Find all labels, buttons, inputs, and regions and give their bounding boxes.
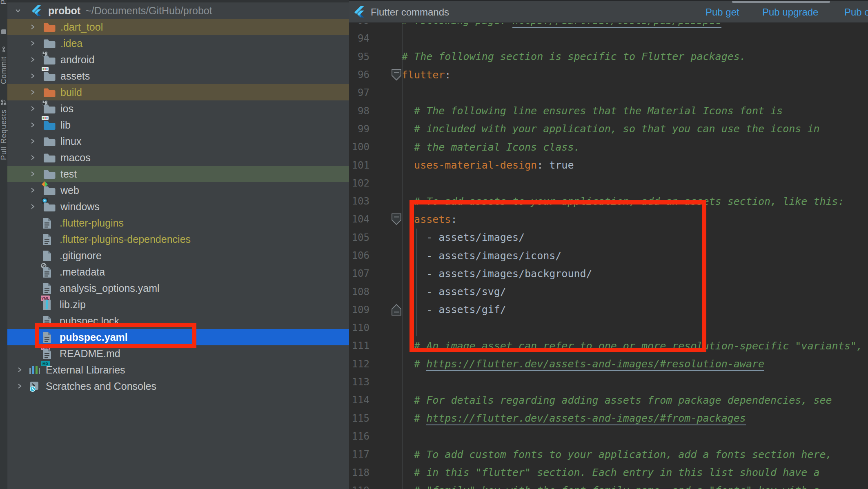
code-text: # in this "flutter" section. Each entry … <box>402 467 820 478</box>
tree-item-windows[interactable]: windows <box>7 198 349 215</box>
tree-item-build[interactable]: build <box>7 84 349 100</box>
code-line-99[interactable]: 99 # included with your application, so … <box>349 120 868 138</box>
tree-item-linux[interactable]: linux <box>7 133 349 149</box>
code-line-114[interactable]: 114 # For details regarding adding asset… <box>349 391 868 409</box>
code-line-110[interactable]: 110 <box>349 319 868 337</box>
scrollbar-thumb[interactable] <box>732 1 830 3</box>
code-line-111[interactable]: 111 # An image asset can refer to one or… <box>349 337 868 355</box>
code-line-104[interactable]: 104 assets: <box>349 210 868 228</box>
chevron-right-icon[interactable] <box>29 40 36 47</box>
chevron-right-icon[interactable] <box>29 122 36 128</box>
tree-item-android[interactable]: android <box>7 51 349 68</box>
code-text: - assets/images/ <box>402 231 525 243</box>
stripe-item-commit[interactable]: Commit <box>0 46 7 84</box>
tree-item-lib-zip[interactable]: lib.zip <box>7 296 349 313</box>
gutter-fold-column <box>369 463 402 481</box>
code-text: # An image asset can refer to one or mor… <box>402 340 863 352</box>
line-number: 98 <box>349 105 369 117</box>
code-line-97[interactable]: 97 <box>349 84 868 102</box>
line-number: 113 <box>349 376 369 388</box>
code-line-107[interactable]: 107 - assets/images/background/ <box>349 265 868 282</box>
external-libraries-icon <box>29 364 41 376</box>
code-line-108[interactable]: 108 - assets/svg/ <box>349 282 868 300</box>
stripe-square-icon[interactable] <box>1 29 6 34</box>
code-line-101[interactable]: 101 uses-material-design: true <box>349 156 868 174</box>
code-line-109[interactable]: 109 - assets/gif/ <box>349 301 868 319</box>
chevron-right-icon[interactable] <box>29 105 36 112</box>
chevron-right-icon[interactable] <box>29 171 36 177</box>
tree-item--dart-tool[interactable]: .dart_tool <box>7 19 349 35</box>
tree-item-label: build <box>60 87 82 98</box>
tree-item-scratches-and-consoles[interactable]: Scratches and Consoles <box>7 378 349 394</box>
chevron-right-icon[interactable] <box>29 138 36 144</box>
pub-upgrade-link[interactable]: Pub upgrade <box>762 7 818 18</box>
code-line-100[interactable]: 100 # the material Icons class. <box>349 138 868 156</box>
pub-get-link[interactable]: Pub get <box>706 7 739 18</box>
code-line-118[interactable]: 118 # in this "flutter" section. Each en… <box>349 463 868 481</box>
tree-item--gitignore[interactable]: .gitignore <box>7 247 349 264</box>
code-line-119[interactable]: 119 # "family" key with the font family … <box>349 482 868 489</box>
code-line-116[interactable]: 116 <box>349 427 868 445</box>
editor-pane[interactable]: 93# following page: https://dart.dev/too… <box>349 0 868 489</box>
code-line-117[interactable]: 117 # To add custom fonts to your applic… <box>349 445 868 463</box>
stripe-item-project[interactable]: Project <box>0 0 7 4</box>
code-line-112[interactable]: 112 # https://flutter.dev/assets-and-ima… <box>349 355 868 373</box>
line-number: 99 <box>349 123 369 135</box>
tree-item-lib[interactable]: lib <box>7 117 349 133</box>
tree-item--flutter-plugins[interactable]: .flutter-plugins <box>7 215 349 231</box>
pull-request-icon <box>1 99 7 107</box>
code-text: # included with your application, so tha… <box>402 123 820 135</box>
code-line-115[interactable]: 115 # https://flutter.dev/assets-and-ima… <box>349 409 868 427</box>
code-line-105[interactable]: 105 - assets/images/ <box>349 229 868 247</box>
code-line-96[interactable]: 96flutter: <box>349 66 868 84</box>
code-line-98[interactable]: 98 # The following line ensures that the… <box>349 102 868 120</box>
chevron-right-icon[interactable] <box>29 89 36 96</box>
tree-item-ios[interactable]: ios <box>7 100 349 117</box>
tree-item--flutter-plugins-dependencies[interactable]: .flutter-plugins-dependencies <box>7 231 349 247</box>
chevron-right-icon[interactable] <box>29 187 36 193</box>
tree-item-assets[interactable]: assets <box>7 68 349 84</box>
code-text: - assets/svg/ <box>402 286 506 298</box>
code-line-95[interactable]: 95# The following section is specific to… <box>349 48 868 66</box>
yaml-file-icon: YML <box>42 282 55 294</box>
chevron-right-icon[interactable] <box>29 73 36 79</box>
code-line-103[interactable]: 103 # To add assets to your application,… <box>349 192 868 210</box>
chevron-right-icon[interactable] <box>29 203 36 210</box>
tree-item-test[interactable]: test <box>7 166 349 182</box>
chevron-right-icon[interactable] <box>29 56 36 63</box>
chevron-right-icon[interactable] <box>16 383 23 389</box>
yaml-file-icon: YML <box>42 331 55 343</box>
pub-outdated-link[interactable]: Pub o <box>844 7 868 18</box>
fold-open-icon[interactable] <box>391 213 402 227</box>
code-line-94[interactable]: 94 <box>349 29 868 47</box>
text-file-icon <box>42 315 55 327</box>
tree-item--metadata[interactable]: .metadata <box>7 264 349 280</box>
code-text: assets: <box>402 213 457 225</box>
tree-item-label: lib <box>60 119 71 131</box>
tree-item-readme-md[interactable]: MDREADME.md <box>7 345 349 362</box>
tree-item-analysis-options-yaml[interactable]: YMLanalysis_options.yaml <box>7 280 349 296</box>
line-number: 110 <box>349 322 369 333</box>
chevron-right-icon[interactable] <box>29 154 36 161</box>
code-line-102[interactable]: 102 <box>349 174 868 192</box>
folder-test-icon <box>43 168 56 180</box>
tree-item--idea[interactable]: .idea <box>7 35 349 51</box>
stripe-item-pull-requests[interactable]: Pull Requests <box>0 99 7 160</box>
code-line-113[interactable]: 113 <box>349 373 868 391</box>
fold-close-icon[interactable] <box>391 304 402 318</box>
tree-item-macos[interactable]: macos <box>7 149 349 166</box>
tree-item-label: web <box>60 184 79 196</box>
project-root-row[interactable]: probot ~/Documents/GitHub/probot <box>7 2 349 19</box>
chevron-down-icon[interactable] <box>15 7 21 14</box>
tree-item-pubspec-lock[interactable]: pubspec.lock <box>7 313 349 329</box>
folder-build-icon <box>43 87 56 98</box>
code-line-106[interactable]: 106 - assets/images/icons/ <box>349 247 868 265</box>
fold-open-icon[interactable] <box>391 69 402 82</box>
tree-item-pubspec-yaml[interactable]: YMLpubspec.yaml <box>7 329 349 345</box>
chevron-right-icon[interactable] <box>16 367 23 373</box>
line-number: 107 <box>349 268 369 279</box>
tree-item-web[interactable]: web <box>7 182 349 198</box>
tree-item-external-libraries[interactable]: External Libraries <box>7 362 349 378</box>
chevron-right-icon[interactable] <box>29 24 36 30</box>
gutter-fold-column <box>369 301 402 319</box>
